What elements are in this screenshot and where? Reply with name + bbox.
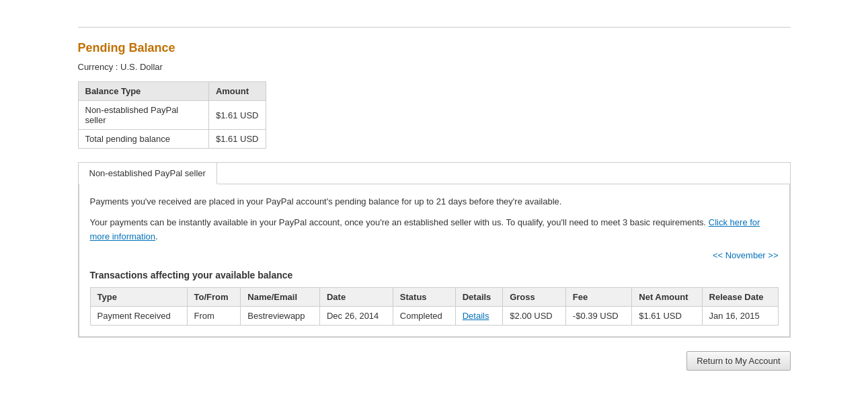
- transactions-col-header: Fee: [565, 288, 631, 307]
- details-cell: Details: [455, 307, 502, 326]
- transactions-table: TypeTo/FromName/EmailDateStatusDetailsGr…: [90, 287, 779, 326]
- transactions-col-header: Status: [393, 288, 455, 307]
- table-row: Payment ReceivedFromBestreviewappDec 26,…: [90, 307, 778, 326]
- info-paragraph-2-after: .: [155, 231, 158, 241]
- transactions-col-header: Type: [90, 288, 187, 307]
- currency-label: Currency : U.S. Dollar: [78, 62, 791, 72]
- date-cell: Dec 26, 2014: [319, 307, 393, 326]
- transactions-col-header: Gross: [503, 288, 566, 307]
- page-container: Pending Balance Currency : U.S. Dollar B…: [65, 0, 804, 398]
- transactions-col-header: To/From: [187, 288, 241, 307]
- tab-section: Non-established PayPal seller Payments y…: [78, 162, 791, 338]
- tab-content: Payments you've received are placed in y…: [79, 184, 790, 337]
- balance-amount-cell: $1.61 USD: [208, 101, 266, 130]
- to-from-cell: From: [187, 307, 241, 326]
- balance-table: Balance Type Amount Non-established PayP…: [78, 81, 266, 149]
- details-link[interactable]: Details: [463, 311, 489, 321]
- gross-cell: $2.00 USD: [503, 307, 566, 326]
- transactions-col-header: Net Amount: [632, 288, 702, 307]
- current-month: November: [725, 250, 766, 260]
- amount-header: Amount: [208, 82, 266, 101]
- net-amount-cell: $1.61 USD: [632, 307, 702, 326]
- transactions-col-header: Date: [319, 288, 393, 307]
- tab-header: Non-established PayPal seller: [79, 163, 790, 184]
- info-paragraph-1: Payments you've received are placed in y…: [90, 195, 779, 209]
- info-paragraph-2: Your payments can be instantly available…: [90, 216, 779, 244]
- transactions-col-header: Release Date: [702, 288, 778, 307]
- return-btn-container: Return to My Account: [78, 351, 791, 371]
- tab-non-established[interactable]: Non-established PayPal seller: [79, 163, 217, 184]
- prev-month-link[interactable]: <<: [713, 250, 723, 260]
- top-divider: [78, 27, 791, 28]
- balance-amount-cell: $1.61 USD: [208, 130, 266, 149]
- status-cell: Completed: [393, 307, 455, 326]
- info-paragraph-2-before: Your payments can be instantly available…: [90, 217, 709, 227]
- type-cell: Payment Received: [90, 307, 187, 326]
- transactions-col-header: Details: [455, 288, 502, 307]
- return-to-account-button[interactable]: Return to My Account: [686, 351, 790, 371]
- transactions-section-title: Transactions affecting your available ba…: [90, 270, 779, 280]
- month-navigation: << November >>: [90, 250, 779, 260]
- fee-cell: -$0.39 USD: [565, 307, 631, 326]
- balance-type-cell: Non-established PayPal seller: [78, 101, 208, 130]
- balance-type-cell: Total pending balance: [78, 130, 208, 149]
- next-month-link[interactable]: >>: [768, 250, 778, 260]
- balance-type-header: Balance Type: [78, 82, 208, 101]
- name-email-cell: Bestreviewapp: [241, 307, 320, 326]
- balance-row: Non-established PayPal seller$1.61 USD: [78, 101, 266, 130]
- release-date-cell: Jan 16, 2015: [702, 307, 778, 326]
- page-title: Pending Balance: [78, 41, 791, 55]
- transactions-col-header: Name/Email: [241, 288, 320, 307]
- balance-row: Total pending balance$1.61 USD: [78, 130, 266, 149]
